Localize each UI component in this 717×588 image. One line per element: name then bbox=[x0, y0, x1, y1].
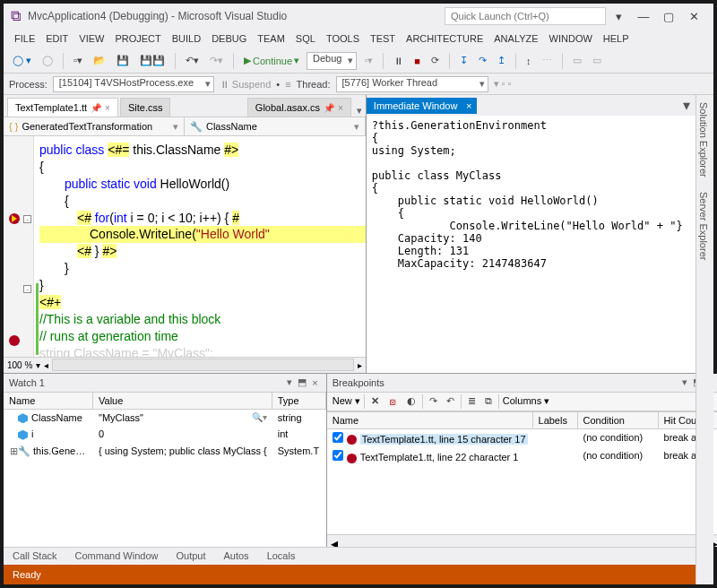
goto-source-button[interactable]: ≣ bbox=[465, 394, 479, 408]
thread-combo[interactable]: [5776] Worker Thread bbox=[336, 76, 488, 92]
menu-sql[interactable]: SQL bbox=[290, 33, 321, 44]
watch-row[interactable]: ClassName "MyClass" 🔍▾ string bbox=[4, 410, 326, 427]
suspend-button[interactable]: ⏸ Suspend bbox=[220, 79, 272, 90]
import-bp-button[interactable]: ↶ bbox=[444, 394, 457, 408]
export-bp-button[interactable]: ↷ bbox=[427, 394, 440, 408]
step-into-button[interactable]: ↧ bbox=[456, 53, 471, 68]
fold-icon[interactable]: - bbox=[23, 215, 31, 223]
toolbar-b[interactable]: ▭ bbox=[589, 53, 605, 68]
step-out-button[interactable]: ↥ bbox=[494, 53, 509, 68]
toolbar-more-2[interactable]: ⋯ bbox=[539, 53, 556, 68]
menu-file[interactable]: FILE bbox=[9, 33, 40, 44]
menu-build[interactable]: BUILD bbox=[167, 33, 206, 44]
pane-menu-icon[interactable]: ▾ bbox=[678, 95, 695, 116]
nav-member-combo[interactable]: 🔧ClassName bbox=[185, 117, 366, 135]
save-all-button[interactable]: 💾💾 bbox=[136, 53, 168, 68]
stop-debug-button[interactable]: ■ bbox=[410, 54, 424, 68]
close-icon[interactable]: × bbox=[466, 100, 471, 111]
columns-button[interactable]: Columns ▾ bbox=[503, 395, 549, 407]
break-all-button[interactable]: ⏸ bbox=[390, 54, 407, 68]
menu-edit[interactable]: EDIT bbox=[40, 33, 73, 44]
pane-menu-icon[interactable]: ▾ bbox=[679, 376, 690, 388]
property-icon: 🔧 bbox=[190, 121, 203, 133]
watch-row[interactable]: ⊞🔧 this.Generati { using System; public … bbox=[4, 443, 326, 460]
tab-commandwindow[interactable]: Command Window bbox=[66, 548, 168, 565]
toolbar-a[interactable]: ▭ bbox=[569, 53, 585, 68]
minimize-icon[interactable]: — bbox=[631, 10, 656, 23]
immediate-title[interactable]: Immediate Window× bbox=[367, 98, 478, 114]
delete-all-bp-button[interactable]: ⦻ bbox=[385, 395, 401, 408]
gutter[interactable] bbox=[4, 136, 34, 357]
watch-row[interactable]: i 0 int bbox=[4, 426, 326, 443]
nav-back-button[interactable]: ◯ ▾ bbox=[9, 53, 35, 68]
menu-debug[interactable]: DEBUG bbox=[206, 33, 252, 44]
pane-menu-icon[interactable]: ▾ bbox=[284, 376, 295, 388]
toolbar-more-1[interactable]: ↕ bbox=[523, 54, 535, 68]
close-icon[interactable]: × bbox=[338, 103, 343, 113]
code-editor[interactable]: - - public class <#= this.ClassName #> {… bbox=[4, 136, 366, 357]
tab-output[interactable]: Output bbox=[167, 548, 214, 565]
redo-button[interactable]: ↷▾ bbox=[206, 53, 227, 68]
save-button[interactable]: 💾 bbox=[113, 53, 133, 68]
new-bp-button[interactable]: New ▾ bbox=[333, 395, 360, 407]
pin-icon[interactable]: 📌 bbox=[91, 103, 101, 113]
breakpoint-icon[interactable] bbox=[9, 335, 20, 346]
bp-row[interactable]: TextTemplate1.tt, line 15 character 17 (… bbox=[327, 429, 717, 448]
fold-icon[interactable]: - bbox=[23, 285, 31, 293]
goto-disasm-button[interactable]: ⧉ bbox=[482, 394, 495, 408]
scroll-right-icon[interactable]: ▸ bbox=[358, 360, 362, 370]
config-combo[interactable]: Debug bbox=[307, 52, 357, 70]
maximize-icon[interactable]: ▢ bbox=[656, 10, 681, 23]
debug-target-button[interactable]: ▫▾ bbox=[360, 53, 376, 68]
close-icon[interactable]: ✕ bbox=[681, 10, 706, 23]
process-combo[interactable]: [15104] T4VSHostProcess.exe bbox=[53, 76, 214, 92]
zoom-level[interactable]: 100 % bbox=[7, 360, 32, 370]
menu-window[interactable]: WINDOW bbox=[544, 33, 598, 44]
overflow-icon[interactable]: ▾ bbox=[606, 10, 631, 23]
menu-analyze[interactable]: ANALYZE bbox=[488, 33, 543, 44]
menu-help[interactable]: HELP bbox=[598, 33, 635, 44]
delete-bp-button[interactable]: ✕ bbox=[368, 394, 382, 408]
close-icon[interactable]: × bbox=[309, 377, 320, 388]
step-over-button[interactable]: ↷ bbox=[475, 53, 490, 68]
close-icon[interactable]: × bbox=[105, 103, 110, 113]
immediate-body[interactable]: ?this.GenerationEnvironment { using Syst… bbox=[367, 116, 695, 373]
tab-autos[interactable]: Autos bbox=[214, 548, 257, 565]
expand-icon[interactable]: ⊞ bbox=[9, 445, 18, 457]
bp-enable-checkbox[interactable] bbox=[333, 450, 343, 461]
tab-locals[interactable]: Locals bbox=[258, 548, 305, 565]
open-button[interactable]: 📂 bbox=[90, 53, 109, 68]
undo-button[interactable]: ↶▾ bbox=[182, 53, 203, 68]
nav-fwd-button[interactable]: ◯ bbox=[39, 53, 56, 68]
tab-texttemplate[interactable]: TextTemplate1.tt📌× bbox=[7, 98, 118, 117]
current-statement-icon[interactable] bbox=[9, 213, 20, 224]
pin-icon[interactable]: 📌 bbox=[324, 103, 334, 113]
menu-project[interactable]: PROJECT bbox=[109, 33, 166, 44]
bp-grid[interactable]: TextTemplate1.tt, line 15 character 17 (… bbox=[327, 429, 717, 534]
tab-overflow-icon[interactable]: ▾ bbox=[353, 105, 366, 117]
restart-button[interactable]: ⟳ bbox=[428, 53, 443, 68]
menu-architecture[interactable]: ARCHITECTURE bbox=[401, 33, 488, 44]
tab-server-explorer[interactable]: Server Explorer bbox=[696, 185, 711, 267]
scroll-left-icon[interactable]: ◂ bbox=[44, 360, 48, 370]
tab-solution-explorer[interactable]: Solution Explorer bbox=[696, 95, 711, 185]
toggle-bp-button[interactable]: ◐ bbox=[404, 394, 419, 408]
tab-sitecss[interactable]: Site.css bbox=[120, 98, 171, 117]
pin-icon[interactable]: ⬒ bbox=[295, 376, 309, 388]
continue-button[interactable]: ▶ Continue ▾ bbox=[240, 53, 303, 68]
tab-globalasax[interactable]: Global.asax.cs📌× bbox=[247, 98, 351, 117]
bp-row[interactable]: TextTemplate1.tt, line 22 character 1 (n… bbox=[327, 447, 717, 466]
nav-scope-combo[interactable]: { }GeneratedTextTransformation bbox=[4, 117, 185, 135]
h-scrollbar[interactable] bbox=[52, 359, 354, 371]
menu-view[interactable]: VIEW bbox=[73, 33, 109, 44]
tab-callstack[interactable]: Call Stack bbox=[4, 548, 66, 565]
new-project-button[interactable]: ▫▾ bbox=[70, 53, 86, 68]
menu-test[interactable]: TEST bbox=[365, 33, 401, 44]
quick-launch-input[interactable] bbox=[445, 7, 606, 25]
bp-enable-checkbox[interactable] bbox=[333, 432, 343, 443]
watch-grid[interactable]: ClassName "MyClass" 🔍▾ string i 0 int ⊞🔧… bbox=[4, 410, 326, 547]
menu-team[interactable]: TEAM bbox=[252, 33, 290, 44]
menu-tools[interactable]: TOOLS bbox=[321, 33, 365, 44]
thread-more[interactable]: ▾ ▫ ▫ bbox=[494, 78, 512, 90]
visualizer-icon[interactable]: 🔍▾ bbox=[252, 412, 267, 422]
